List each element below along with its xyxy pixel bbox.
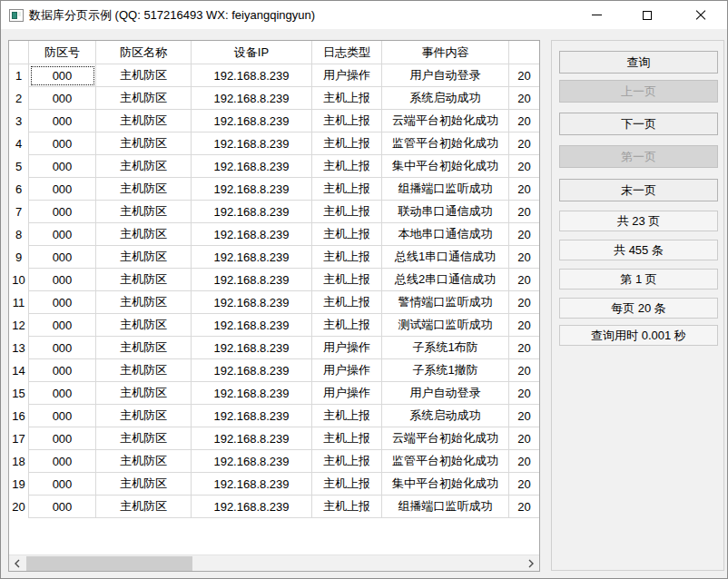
cell-zone-number[interactable]: 000 (29, 359, 96, 382)
cell-zone-name[interactable]: 主机防区 (96, 314, 192, 337)
cell-log-type[interactable]: 主机上报 (312, 427, 382, 450)
cell-device-ip[interactable]: 192.168.8.239 (192, 450, 312, 473)
row-header-cell[interactable]: 5 (9, 155, 29, 178)
cell-event-content[interactable]: 监管平台初始化成功 (382, 132, 509, 155)
column-header-device-ip[interactable]: 设备IP (192, 41, 312, 64)
horizontal-scrollbar[interactable] (9, 554, 539, 571)
cell-zone-name[interactable]: 主机防区 (96, 178, 192, 201)
cell-event-content[interactable]: 总线2串口通信成功 (382, 269, 509, 291)
cell-event-content[interactable]: 联动串口通信成功 (382, 201, 509, 223)
cell-event-content[interactable]: 系统启动成功 (382, 405, 509, 427)
cell-log-type[interactable]: 主机上报 (312, 291, 382, 314)
cell-timestamp[interactable]: 20 (509, 246, 539, 269)
cell-device-ip[interactable]: 192.168.8.239 (192, 64, 312, 87)
cell-zone-name[interactable]: 主机防区 (96, 201, 192, 223)
cell-zone-name[interactable]: 主机防区 (96, 223, 192, 246)
row-header-cell[interactable]: 19 (9, 473, 29, 496)
cell-event-content[interactable]: 云端平台初始化成功 (382, 110, 509, 132)
cell-timestamp[interactable]: 20 (509, 337, 539, 359)
cell-event-content[interactable]: 警情端口监听成功 (382, 291, 509, 314)
cell-event-content[interactable]: 云端平台初始化成功 (382, 427, 509, 450)
cell-event-content[interactable]: 集中平台初始化成功 (382, 155, 509, 178)
cell-event-content[interactable]: 用户自动登录 (382, 382, 509, 405)
cell-log-type[interactable]: 用户操作 (312, 359, 382, 382)
row-header-cell[interactable]: 1 (9, 64, 29, 87)
column-header-row-number[interactable] (9, 41, 29, 64)
cell-zone-number[interactable]: 000 (29, 473, 96, 496)
title-bar[interactable]: 数据库分页示例 (QQ: 517216493 WX: feiyangqingyu… (1, 1, 727, 29)
cell-zone-name[interactable]: 主机防区 (96, 87, 192, 110)
next-page-button[interactable]: 下一页 (559, 113, 718, 135)
cell-log-type[interactable]: 主机上报 (312, 110, 382, 132)
cell-device-ip[interactable]: 192.168.8.239 (192, 132, 312, 155)
cell-zone-number[interactable]: 000 (29, 291, 96, 314)
row-header-cell[interactable]: 9 (9, 246, 29, 269)
cell-zone-name[interactable]: 主机防区 (96, 110, 192, 132)
cell-timestamp[interactable]: 20 (509, 450, 539, 473)
cell-timestamp[interactable]: 20 (509, 64, 539, 87)
cell-device-ip[interactable]: 192.168.8.239 (192, 246, 312, 269)
cell-zone-number[interactable]: 000 (29, 201, 96, 223)
column-header-zone-name[interactable]: 防区名称 (96, 41, 192, 64)
cell-event-content[interactable]: 组播端口监听成功 (382, 178, 509, 201)
cell-event-content[interactable]: 子系统1布防 (382, 337, 509, 359)
cell-zone-name[interactable]: 主机防区 (96, 269, 192, 291)
row-header-cell[interactable]: 11 (9, 291, 29, 314)
cell-log-type[interactable]: 主机上报 (312, 246, 382, 269)
cell-zone-number[interactable]: 000 (29, 427, 96, 450)
cell-zone-number[interactable]: 000 (29, 405, 96, 427)
cell-event-content[interactable]: 子系统1撤防 (382, 359, 509, 382)
cell-zone-number[interactable]: 000 (29, 382, 96, 405)
cell-zone-number[interactable]: 000 (29, 155, 96, 178)
cell-timestamp[interactable]: 20 (509, 132, 539, 155)
cell-log-type[interactable]: 主机上报 (312, 496, 382, 518)
row-header-cell[interactable]: 12 (9, 314, 29, 337)
cell-timestamp[interactable]: 20 (509, 269, 539, 291)
row-header-cell[interactable]: 8 (9, 223, 29, 246)
row-header-cell[interactable]: 14 (9, 359, 29, 382)
cell-log-type[interactable]: 主机上报 (312, 178, 382, 201)
cell-device-ip[interactable]: 192.168.8.239 (192, 269, 312, 291)
cell-timestamp[interactable]: 20 (509, 473, 539, 496)
row-header-cell[interactable]: 6 (9, 178, 29, 201)
cell-zone-number[interactable]: 000 (29, 450, 96, 473)
cell-timestamp[interactable]: 20 (509, 87, 539, 110)
cell-zone-name[interactable]: 主机防区 (96, 64, 192, 87)
cell-zone-name[interactable]: 主机防区 (96, 132, 192, 155)
scrollbar-thumb[interactable] (26, 556, 192, 571)
minimize-button[interactable] (572, 1, 622, 29)
cell-event-content[interactable]: 集中平台初始化成功 (382, 473, 509, 496)
cell-log-type[interactable]: 主机上报 (312, 132, 382, 155)
cell-log-type[interactable]: 主机上报 (312, 201, 382, 223)
cell-zone-number[interactable]: 000 (29, 87, 96, 110)
column-header-event-content[interactable]: 事件内容 (382, 41, 509, 64)
scroll-right-button[interactable] (523, 555, 539, 572)
cell-timestamp[interactable]: 20 (509, 178, 539, 201)
cell-zone-number[interactable]: 000 (29, 496, 96, 518)
cell-device-ip[interactable]: 192.168.8.239 (192, 405, 312, 427)
row-header-cell[interactable]: 15 (9, 382, 29, 405)
cell-device-ip[interactable]: 192.168.8.239 (192, 178, 312, 201)
cell-zone-name[interactable]: 主机防区 (96, 496, 192, 518)
cell-zone-number[interactable]: 000 (29, 64, 96, 87)
row-header-cell[interactable]: 4 (9, 132, 29, 155)
cell-device-ip[interactable]: 192.168.8.239 (192, 337, 312, 359)
row-header-cell[interactable]: 16 (9, 405, 29, 427)
cell-zone-name[interactable]: 主机防区 (96, 359, 192, 382)
cell-event-content[interactable]: 总线1串口通信成功 (382, 246, 509, 269)
cell-event-content[interactable]: 系统启动成功 (382, 87, 509, 110)
cell-zone-number[interactable]: 000 (29, 223, 96, 246)
cell-log-type[interactable]: 主机上报 (312, 87, 382, 110)
row-header-cell[interactable]: 18 (9, 450, 29, 473)
cell-device-ip[interactable]: 192.168.8.239 (192, 155, 312, 178)
row-header-cell[interactable]: 2 (9, 87, 29, 110)
cell-event-content[interactable]: 用户自动登录 (382, 64, 509, 87)
cell-log-type[interactable]: 主机上报 (312, 450, 382, 473)
scroll-left-button[interactable] (9, 555, 25, 572)
cell-zone-number[interactable]: 000 (29, 314, 96, 337)
maximize-button[interactable] (622, 1, 672, 29)
cell-device-ip[interactable]: 192.168.8.239 (192, 382, 312, 405)
cell-zone-number[interactable]: 000 (29, 246, 96, 269)
row-header-cell[interactable]: 3 (9, 110, 29, 132)
cell-zone-name[interactable]: 主机防区 (96, 473, 192, 496)
